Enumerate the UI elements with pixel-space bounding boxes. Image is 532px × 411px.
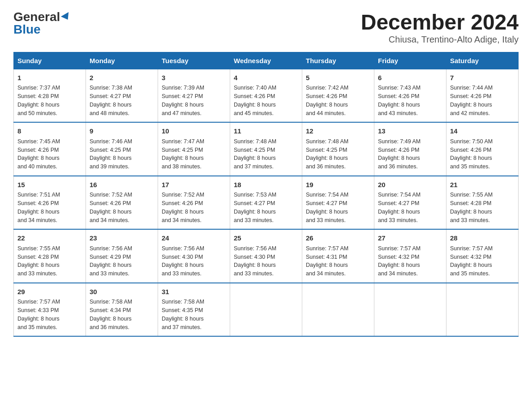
week-row: 29Sunrise: 7:57 AMSunset: 4:33 PMDayligh… — [14, 283, 519, 337]
day-info: Sunrise: 7:54 AMSunset: 4:27 PMDaylight:… — [306, 192, 348, 223]
day-number: 19 — [306, 180, 370, 190]
day-cell: 14Sunrise: 7:50 AMSunset: 4:26 PMDayligh… — [446, 122, 519, 176]
day-info: Sunrise: 7:43 AMSunset: 4:26 PMDaylight:… — [378, 85, 420, 116]
day-info: Sunrise: 7:56 AMSunset: 4:30 PMDaylight:… — [234, 245, 276, 277]
week-row: 22Sunrise: 7:55 AMSunset: 4:28 PMDayligh… — [14, 229, 519, 283]
day-cell: 27Sunrise: 7:57 AMSunset: 4:32 PMDayligh… — [374, 229, 446, 283]
day-number: 17 — [162, 180, 226, 190]
day-cell: 6Sunrise: 7:43 AMSunset: 4:26 PMDaylight… — [374, 69, 446, 122]
day-cell — [302, 283, 374, 337]
day-info: Sunrise: 7:37 AMSunset: 4:28 PMDaylight:… — [17, 85, 60, 116]
week-row: 15Sunrise: 7:51 AMSunset: 4:26 PMDayligh… — [14, 176, 519, 230]
day-number: 2 — [90, 73, 154, 83]
logo-general-text: General — [13, 11, 60, 23]
day-number: 20 — [378, 180, 442, 190]
day-info: Sunrise: 7:49 AMSunset: 4:26 PMDaylight:… — [378, 138, 420, 170]
col-sunday: Sunday — [14, 52, 86, 69]
day-info: Sunrise: 7:44 AMSunset: 4:26 PMDaylight:… — [450, 85, 493, 116]
day-number: 18 — [234, 180, 298, 190]
day-cell: 23Sunrise: 7:56 AMSunset: 4:29 PMDayligh… — [86, 229, 158, 283]
day-number: 8 — [17, 126, 82, 137]
day-cell: 21Sunrise: 7:55 AMSunset: 4:28 PMDayligh… — [446, 176, 519, 230]
day-info: Sunrise: 7:52 AMSunset: 4:26 PMDaylight:… — [90, 192, 132, 223]
week-row: 1Sunrise: 7:37 AMSunset: 4:28 PMDaylight… — [14, 69, 519, 122]
col-wednesday: Wednesday — [230, 52, 302, 69]
day-number: 30 — [90, 287, 154, 297]
day-cell — [446, 283, 519, 337]
day-info: Sunrise: 7:48 AMSunset: 4:25 PMDaylight:… — [234, 138, 276, 170]
header-row: Sunday Monday Tuesday Wednesday Thursday… — [14, 52, 519, 69]
day-info: Sunrise: 7:56 AMSunset: 4:30 PMDaylight:… — [162, 245, 204, 277]
day-number: 1 — [17, 73, 82, 83]
day-cell: 13Sunrise: 7:49 AMSunset: 4:26 PMDayligh… — [374, 122, 446, 176]
page-header: General Blue December 2024 Chiusa, Trent… — [13, 11, 519, 45]
day-info: Sunrise: 7:58 AMSunset: 4:35 PMDaylight:… — [162, 299, 204, 330]
day-number: 15 — [17, 180, 82, 190]
day-number: 10 — [162, 126, 226, 137]
day-info: Sunrise: 7:45 AMSunset: 4:26 PMDaylight:… — [17, 138, 60, 170]
day-cell: 4Sunrise: 7:40 AMSunset: 4:26 PMDaylight… — [230, 69, 302, 122]
day-cell: 9Sunrise: 7:46 AMSunset: 4:25 PMDaylight… — [86, 122, 158, 176]
logo: General Blue — [13, 11, 71, 36]
day-cell: 31Sunrise: 7:58 AMSunset: 4:35 PMDayligh… — [158, 283, 230, 337]
day-number: 26 — [306, 233, 370, 244]
title-block: December 2024 Chiusa, Trentino-Alto Adig… — [361, 11, 519, 45]
day-number: 13 — [378, 126, 442, 137]
day-number: 9 — [90, 126, 154, 137]
day-cell: 30Sunrise: 7:58 AMSunset: 4:34 PMDayligh… — [86, 283, 158, 337]
day-number: 27 — [378, 233, 442, 244]
day-info: Sunrise: 7:54 AMSunset: 4:27 PMDaylight:… — [378, 192, 420, 223]
day-info: Sunrise: 7:46 AMSunset: 4:25 PMDaylight:… — [90, 138, 132, 170]
day-cell: 12Sunrise: 7:48 AMSunset: 4:25 PMDayligh… — [302, 122, 374, 176]
day-number: 5 — [306, 73, 370, 83]
day-number: 28 — [450, 233, 515, 244]
day-cell: 5Sunrise: 7:42 AMSunset: 4:26 PMDaylight… — [302, 69, 374, 122]
day-info: Sunrise: 7:52 AMSunset: 4:26 PMDaylight:… — [162, 192, 204, 223]
day-number: 25 — [234, 233, 298, 244]
day-cell: 17Sunrise: 7:52 AMSunset: 4:26 PMDayligh… — [158, 176, 230, 230]
logo-blue-text: Blue — [13, 23, 41, 36]
day-cell: 26Sunrise: 7:57 AMSunset: 4:31 PMDayligh… — [302, 229, 374, 283]
day-cell: 3Sunrise: 7:39 AMSunset: 4:27 PMDaylight… — [158, 69, 230, 122]
day-number: 4 — [234, 73, 298, 83]
day-number: 7 — [450, 73, 515, 83]
day-cell: 28Sunrise: 7:57 AMSunset: 4:32 PMDayligh… — [446, 229, 519, 283]
day-cell — [374, 283, 446, 337]
day-number: 23 — [90, 233, 154, 244]
day-cell: 11Sunrise: 7:48 AMSunset: 4:25 PMDayligh… — [230, 122, 302, 176]
day-number: 31 — [162, 287, 226, 297]
day-info: Sunrise: 7:38 AMSunset: 4:27 PMDaylight:… — [90, 85, 132, 116]
day-cell: 8Sunrise: 7:45 AMSunset: 4:26 PMDaylight… — [14, 122, 86, 176]
day-info: Sunrise: 7:51 AMSunset: 4:26 PMDaylight:… — [17, 192, 60, 223]
day-cell: 2Sunrise: 7:38 AMSunset: 4:27 PMDaylight… — [86, 69, 158, 122]
day-info: Sunrise: 7:39 AMSunset: 4:27 PMDaylight:… — [162, 85, 204, 116]
day-info: Sunrise: 7:42 AMSunset: 4:26 PMDaylight:… — [306, 85, 348, 116]
day-cell — [230, 283, 302, 337]
day-cell: 25Sunrise: 7:56 AMSunset: 4:30 PMDayligh… — [230, 229, 302, 283]
day-number: 29 — [17, 287, 82, 297]
day-number: 21 — [450, 180, 515, 190]
day-number: 12 — [306, 126, 370, 137]
day-info: Sunrise: 7:57 AMSunset: 4:32 PMDaylight:… — [450, 245, 493, 277]
day-cell: 7Sunrise: 7:44 AMSunset: 4:26 PMDaylight… — [446, 69, 519, 122]
location-subtitle: Chiusa, Trentino-Alto Adige, Italy — [361, 34, 519, 45]
calendar-body: 1Sunrise: 7:37 AMSunset: 4:28 PMDaylight… — [14, 69, 519, 336]
day-info: Sunrise: 7:57 AMSunset: 4:32 PMDaylight:… — [378, 245, 420, 277]
day-number: 22 — [17, 233, 82, 244]
col-saturday: Saturday — [446, 52, 519, 69]
day-cell: 18Sunrise: 7:53 AMSunset: 4:27 PMDayligh… — [230, 176, 302, 230]
day-number: 16 — [90, 180, 154, 190]
day-number: 24 — [162, 233, 226, 244]
day-cell: 16Sunrise: 7:52 AMSunset: 4:26 PMDayligh… — [86, 176, 158, 230]
day-info: Sunrise: 7:57 AMSunset: 4:31 PMDaylight:… — [306, 245, 348, 277]
day-number: 3 — [162, 73, 226, 83]
calendar-header: Sunday Monday Tuesday Wednesday Thursday… — [14, 52, 519, 69]
day-number: 6 — [378, 73, 442, 83]
day-number: 11 — [234, 126, 298, 137]
day-info: Sunrise: 7:48 AMSunset: 4:25 PMDaylight:… — [306, 138, 348, 170]
day-info: Sunrise: 7:50 AMSunset: 4:26 PMDaylight:… — [450, 138, 493, 170]
day-info: Sunrise: 7:55 AMSunset: 4:28 PMDaylight:… — [17, 245, 60, 277]
day-info: Sunrise: 7:53 AMSunset: 4:27 PMDaylight:… — [234, 192, 276, 223]
day-info: Sunrise: 7:57 AMSunset: 4:33 PMDaylight:… — [17, 299, 60, 330]
day-info: Sunrise: 7:47 AMSunset: 4:25 PMDaylight:… — [162, 138, 204, 170]
